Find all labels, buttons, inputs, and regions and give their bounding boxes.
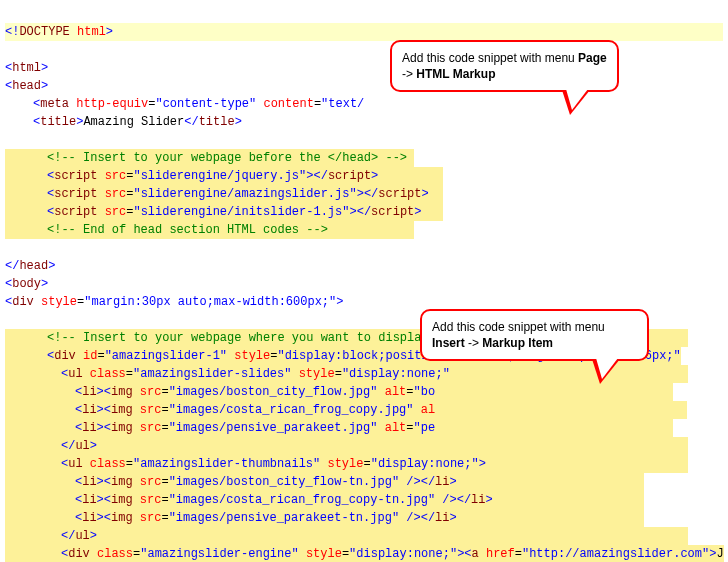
line-title: <title>Amazing Slider</title> <box>5 115 242 129</box>
bubble-tail-icon <box>592 359 620 384</box>
blank-line <box>5 133 12 147</box>
callout-arrow: -> <box>402 67 416 81</box>
callout-menu-b: HTML Markup <box>416 67 495 81</box>
line-script-init: <script src="sliderengine/initslider-1.j… <box>5 203 443 221</box>
line-li-tn1: <li><img src="images/boston_city_flow-tn… <box>5 473 644 491</box>
line-head-open: <head> <box>5 79 48 93</box>
line-script-slider: <script src="sliderengine/amazingslider.… <box>5 185 443 203</box>
line-html-open: <html> <box>5 61 48 75</box>
callout-text: Add this code snippet with menu <box>432 320 605 334</box>
line-head-comment-end: <!-- End of head section HTML codes --> <box>5 221 414 239</box>
title-text: Amazing Slider <box>83 115 184 129</box>
callout-arrow: -> <box>465 336 483 350</box>
line-li-tn3: <li><img src="images/pensive_parakeet-tn… <box>5 509 644 527</box>
line-ul-close2: </ul> <box>5 527 688 545</box>
callout-menu-b: Markup Item <box>482 336 553 350</box>
line-meta: <meta http-equiv="content-type" content=… <box>5 97 364 111</box>
bubble-tail-icon <box>562 90 590 115</box>
line-ul-slides: <ul class="amazingslider-slides" style="… <box>5 365 688 383</box>
line-doctype: <!DOCTYPE html> <box>5 23 723 41</box>
line-body-open: <body> <box>5 277 48 291</box>
line-head-close: </head> <box>5 259 55 273</box>
line-ul-thumbs: <ul class="amazingslider-thumbnails" sty… <box>5 455 688 473</box>
line-engine-div: <div class="amazingslider-engine" style=… <box>5 545 724 562</box>
callout-body-snippet: Add this code snippet with menu Insert -… <box>420 309 649 361</box>
line-head-comment-start: <!-- Insert to your webpage before the <… <box>5 149 414 167</box>
line-div-wrapper: <div style="margin:30px auto;max-width:6… <box>5 295 343 309</box>
line-li-img1: <li><img src="images/boston_city_flow.jp… <box>5 383 673 401</box>
blank-line <box>5 313 12 327</box>
line-li-img2: <li><img src="images/costa_rican_frog_co… <box>5 401 687 419</box>
callout-text: Add this code snippet with menu <box>402 51 578 65</box>
callout-head-snippet: Add this code snippet with menu Page -> … <box>390 40 619 92</box>
blank-line <box>5 241 12 255</box>
line-li-tn2: <li><img src="images/costa_rican_frog_co… <box>5 491 644 509</box>
callout-menu-a: Insert <box>432 336 465 350</box>
line-script-jquery: <script src="sliderengine/jquery.js"></s… <box>5 167 443 185</box>
line-li-img3: <li><img src="images/pensive_parakeet.jp… <box>5 419 673 437</box>
callout-menu-a: Page <box>578 51 607 65</box>
line-ul-close1: </ul> <box>5 437 688 455</box>
